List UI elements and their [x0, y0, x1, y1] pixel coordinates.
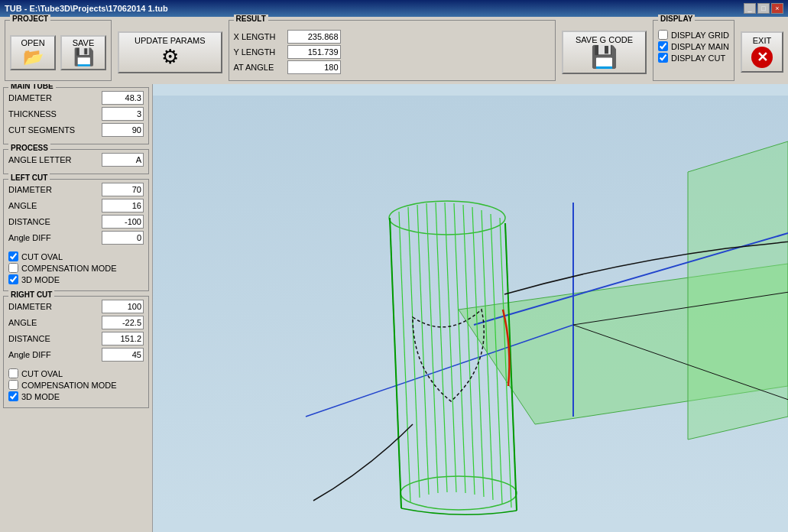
left-cut-label: LEFT CUT	[8, 174, 50, 182]
left-compensation-checkbox[interactable]	[8, 263, 18, 273]
close-button[interactable]: ×	[771, 3, 783, 14]
left-cut-oval-checkbox[interactable]	[8, 251, 18, 261]
floppy-icon: 💾	[73, 47, 94, 67]
right-angle-diff-label: Angle DIFF	[8, 350, 51, 359]
right-angle-input[interactable]	[102, 316, 144, 329]
display-grid-label: DISPLAY GRID	[671, 31, 729, 40]
right-cut-label: RIGHT CUT	[8, 290, 54, 299]
open-button[interactable]: OPEN 📂	[10, 35, 56, 70]
right-cut-oval-label: CUT OVAL	[21, 369, 63, 378]
open-label: OPEN	[21, 38, 44, 47]
left-angle-input[interactable]	[102, 199, 144, 212]
left-3d-mode-label: 3D MODE	[21, 275, 60, 284]
left-cut-section: LEFT CUT DIAMETER ANGLE DISTANCE Angle D…	[3, 179, 149, 291]
save-button[interactable]: SAVE 💾	[60, 35, 106, 70]
save-gcode-label: SAVE G CODE	[576, 35, 633, 44]
left-angle-label: ANGLE	[8, 201, 37, 210]
right-distance-label: DISTANCE	[8, 334, 50, 343]
left-diameter-input[interactable]	[102, 183, 144, 196]
exit-icon: ✕	[751, 47, 773, 68]
left-angle-diff-label: Angle DIFF	[8, 233, 51, 242]
right-angle-label: ANGLE	[8, 318, 37, 327]
save-gcode-icon: 💾	[591, 44, 618, 70]
angle-letter-input[interactable]	[102, 153, 144, 167]
display-grid-checkbox[interactable]	[658, 30, 668, 40]
diameter-label: DIAMETER	[8, 93, 52, 102]
right-compensation-label: COMPENSATION MODE	[21, 381, 116, 390]
right-compensation-checkbox[interactable]	[8, 380, 18, 390]
left-diameter-label: DIAMETER	[8, 185, 52, 194]
right-cut-section: RIGHT CUT DIAMETER ANGLE DISTANCE Angle …	[3, 296, 149, 408]
update-params-button[interactable]: UPDATE PARAMS ⚙	[118, 31, 222, 73]
left-distance-input[interactable]	[102, 215, 144, 229]
left-cut-oval-label: CUT OVAL	[21, 252, 63, 261]
result-label: RESULT	[234, 15, 268, 23]
display-cut-checkbox[interactable]	[658, 53, 668, 63]
update-params-label: UPDATE PARAMS	[135, 36, 206, 45]
right-distance-input[interactable]	[102, 332, 144, 345]
project-group: PROJECT OPEN 📂 SAVE 💾	[5, 20, 112, 81]
gear-icon: ⚙	[161, 45, 179, 69]
display-cut-label: DISPLAY CUT	[671, 54, 725, 63]
display-main-label: DISPLAY MAIN	[671, 42, 729, 51]
exit-button[interactable]: EXIT ✕	[741, 31, 783, 73]
thickness-label: THICKNESS	[8, 109, 57, 118]
thickness-input[interactable]	[102, 107, 144, 121]
left-panel: MAIN TUBE DIAMETER THICKNESS CUT SEGMENT…	[0, 84, 153, 532]
x-length-label: X LENGTH	[234, 32, 287, 41]
x-length-input[interactable]	[287, 30, 341, 44]
at-angle-input[interactable]	[287, 60, 341, 74]
viewport-svg	[153, 84, 788, 532]
left-distance-label: DISTANCE	[8, 217, 50, 226]
main-tube-section: MAIN TUBE DIAMETER THICKNESS CUT SEGMENT…	[3, 87, 149, 144]
window-title: TUB - E:\Tube3D\Projects\17062014 1.tub	[5, 4, 168, 13]
main-tube-label: MAIN TUBE	[8, 84, 56, 90]
left-compensation-label: COMPENSATION MODE	[21, 264, 116, 273]
svg-marker-2	[688, 141, 788, 440]
process-label: PROCESS	[8, 144, 50, 152]
minimize-button[interactable]: _	[744, 3, 756, 14]
display-label: DISPLAY	[658, 15, 695, 23]
right-angle-diff-input[interactable]	[102, 348, 144, 362]
title-bar-buttons[interactable]: _ □ ×	[744, 3, 783, 14]
folder-icon: 📂	[23, 47, 44, 67]
angle-letter-label: ANGLE LETTER	[8, 155, 72, 164]
right-diameter-input[interactable]	[102, 300, 144, 313]
cut-segments-input[interactable]	[102, 123, 144, 137]
toolbar: PROJECT OPEN 📂 SAVE 💾 UPDATE PARAMS ⚙ RE…	[0, 17, 788, 84]
project-label: PROJECT	[10, 15, 50, 23]
exit-label: EXIT	[753, 36, 771, 45]
right-3d-mode-label: 3D MODE	[21, 392, 60, 401]
at-angle-label: AT ANGLE	[234, 63, 287, 72]
left-3d-mode-checkbox[interactable]	[8, 274, 18, 284]
result-group: RESULT X LENGTH Y LENGTH AT ANGLE	[229, 20, 556, 81]
viewport[interactable]	[153, 84, 788, 532]
y-length-input[interactable]	[287, 45, 341, 59]
diameter-input[interactable]	[102, 91, 144, 105]
right-diameter-label: DIAMETER	[8, 302, 52, 311]
right-3d-mode-checkbox[interactable]	[8, 391, 18, 401]
display-group: DISPLAY DISPLAY GRID DISPLAY MAIN DISPLA…	[653, 20, 734, 81]
save-gcode-button[interactable]: SAVE G CODE 💾	[562, 31, 647, 74]
app-area: PROJECT OPEN 📂 SAVE 💾 UPDATE PARAMS ⚙ RE…	[0, 17, 788, 532]
left-angle-diff-input[interactable]	[102, 231, 144, 245]
maximize-button[interactable]: □	[757, 3, 770, 14]
process-section: PROCESS ANGLE LETTER	[3, 149, 149, 174]
main-content: MAIN TUBE DIAMETER THICKNESS CUT SEGMENT…	[0, 84, 788, 532]
display-main-checkbox[interactable]	[658, 41, 668, 51]
cut-segments-label: CUT SEGMENTS	[8, 125, 75, 135]
right-cut-oval-checkbox[interactable]	[8, 368, 18, 378]
save-label: SAVE	[73, 38, 95, 47]
y-length-label: Y LENGTH	[234, 47, 287, 57]
